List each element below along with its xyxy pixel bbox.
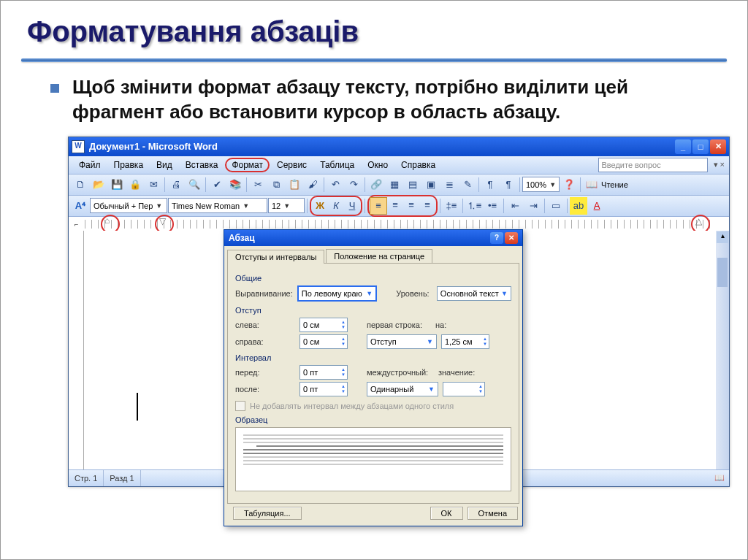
align-left-button[interactable]: ≡ <box>370 197 387 215</box>
menu-service[interactable]: Сервис <box>271 158 313 172</box>
help-icon[interactable]: ❓ <box>560 176 578 193</box>
drawing-icon[interactable]: ✎ <box>459 176 476 193</box>
minimize-button[interactable]: _ <box>675 139 691 154</box>
after-spin[interactable]: 0 пт▲▼ <box>299 382 348 396</box>
align-center-button[interactable]: ≡ <box>387 197 403 213</box>
bold-button[interactable]: Ж <box>312 198 328 214</box>
italic-button[interactable]: К <box>328 198 344 214</box>
align-right-button[interactable]: ≡ <box>403 197 419 213</box>
dialog-titlebar: Абзац ? ✕ <box>224 230 522 246</box>
menu-format[interactable]: Формат <box>225 158 270 172</box>
research-icon[interactable]: 📚 <box>226 176 244 193</box>
style-combo[interactable]: Обычный + Пер▼ <box>90 198 167 213</box>
highlight-color-icon[interactable]: ab <box>570 197 587 215</box>
help-dropdown[interactable]: ▾ × <box>714 160 725 169</box>
menu-table[interactable]: Таблица <box>314 158 360 172</box>
increase-indent-icon[interactable]: ⇥ <box>524 197 542 215</box>
label-alignment: Выравнивание: <box>235 289 293 298</box>
line-spacing-combo[interactable]: Одинарный▼ <box>367 382 438 396</box>
new-icon[interactable]: 🗋 <box>72 176 89 193</box>
status-book-icon[interactable]: 📖 <box>714 473 725 483</box>
redo-icon[interactable]: ↷ <box>345 176 362 193</box>
underline-button[interactable]: Ч <box>344 198 360 214</box>
hyperlink-icon[interactable]: 🔗 <box>367 176 385 193</box>
label-first-line: первая строка: <box>367 321 431 329</box>
first-line-combo[interactable]: Отступ▼ <box>367 334 437 349</box>
tabs-button[interactable]: Табуляция... <box>233 507 302 520</box>
decrease-indent-icon[interactable]: ⇤ <box>506 197 524 215</box>
bullet-square <box>50 84 59 93</box>
bulleted-list-icon[interactable]: •≡ <box>484 197 501 215</box>
format-painter-icon[interactable]: 🖌 <box>304 176 321 193</box>
close-button[interactable]: ✕ <box>710 139 726 154</box>
right-indent-spin[interactable]: 0 см▲▼ <box>299 334 348 349</box>
preview-icon[interactable]: 🔍 <box>186 176 203 193</box>
ok-button[interactable]: ОК <box>430 507 463 520</box>
tab-position[interactable]: Положение на странице <box>326 249 432 263</box>
reading-label[interactable]: Чтение <box>601 180 628 189</box>
font-combo[interactable]: Times New Roman▼ <box>168 198 267 213</box>
level-combo[interactable]: Основной текст▼ <box>437 286 511 301</box>
menu-help[interactable]: Справка <box>395 158 441 172</box>
paste-icon[interactable]: 📋 <box>286 176 303 193</box>
menu-edit[interactable]: Правка <box>108 158 150 172</box>
word-icon: W <box>72 140 85 153</box>
tables-icon[interactable]: ▦ <box>386 176 403 193</box>
mail-icon[interactable]: ✉ <box>145 176 162 193</box>
permission-icon[interactable]: 🔒 <box>126 176 144 193</box>
print-icon[interactable]: 🖨 <box>167 176 185 193</box>
window-title: Документ1 - Microsoft Word <box>89 141 218 152</box>
align-justify-button[interactable]: ≡ <box>419 197 435 213</box>
excel-icon[interactable]: ▣ <box>422 176 440 193</box>
maximize-button[interactable]: □ <box>692 139 709 154</box>
word-window: W Документ1 - Microsoft Word _ □ ✕ Файл … <box>68 137 730 487</box>
left-indent-spin[interactable]: 0 см▲▼ <box>299 318 348 332</box>
cancel-button[interactable]: Отмена <box>468 507 518 520</box>
save-icon[interactable]: 💾 <box>108 176 126 193</box>
tab-selector[interactable]: ⌐ <box>75 220 78 228</box>
numbered-list-icon[interactable]: ⒈≡ <box>465 197 483 215</box>
styles-icon[interactable]: A⁴ <box>72 197 89 215</box>
borders-icon[interactable]: ▭ <box>547 197 565 215</box>
label-after: после: <box>235 385 295 394</box>
scroll-thumb[interactable] <box>717 258 728 287</box>
group-spacing: Интервал <box>235 353 511 362</box>
first-line-by-spin[interactable]: 1,25 см▲▼ <box>441 334 489 349</box>
showmarks-icon[interactable]: ¶ <box>500 176 517 193</box>
line-spacing-icon[interactable]: ‡≡ <box>443 197 460 215</box>
menu-insert[interactable]: Вставка <box>180 158 224 172</box>
size-combo[interactable]: 12▼ <box>268 198 305 213</box>
undo-icon[interactable]: ↶ <box>327 176 344 193</box>
group-indent: Отступ <box>235 306 511 315</box>
nospace-label: Не добавлять интервал между абзацами одн… <box>250 402 454 410</box>
nospace-checkbox[interactable] <box>235 401 245 411</box>
before-spin[interactable]: 0 пт▲▼ <box>299 365 348 380</box>
spell-icon[interactable]: ✔ <box>208 176 226 193</box>
reading-icon[interactable]: 📖 <box>583 176 600 193</box>
insert-table-icon[interactable]: ▤ <box>404 176 421 193</box>
zoom-combo[interactable]: 100%▼ <box>522 177 560 192</box>
open-icon[interactable]: 📂 <box>90 176 107 193</box>
dialog-close-button[interactable]: ✕ <box>505 232 518 244</box>
font-color-icon[interactable]: A <box>588 197 606 215</box>
alignment-combo[interactable]: По левому краю▼ <box>297 285 377 302</box>
vertical-scrollbar[interactable]: ▴ <box>716 231 729 470</box>
bold-italic-underline-highlight: Ж К Ч <box>310 196 362 216</box>
cut-icon[interactable]: ✂ <box>249 176 267 193</box>
alignment-highlight: ≡ ≡ ≡ ≡ <box>367 195 438 217</box>
line-value-spin[interactable]: ▲▼ <box>443 382 485 396</box>
bullet-text: Щоб змінити формат абзацу тексту, потріб… <box>72 75 703 125</box>
status-page: Стр. 1 <box>69 470 104 486</box>
tab-indents[interactable]: Отступы и интервалы <box>227 250 324 264</box>
dialog-help-button[interactable]: ? <box>490 232 503 244</box>
menu-view[interactable]: Вид <box>150 158 178 172</box>
menu-file[interactable]: Файл <box>73 158 107 172</box>
label-left-indent: слева: <box>235 321 295 329</box>
vertical-ruler[interactable] <box>69 231 84 470</box>
docmap-icon[interactable]: ¶ <box>481 176 499 193</box>
scroll-up-icon[interactable]: ▴ <box>717 231 728 243</box>
copy-icon[interactable]: ⧉ <box>267 176 285 193</box>
columns-icon[interactable]: ≣ <box>440 176 458 193</box>
menu-window[interactable]: Окно <box>362 158 394 172</box>
help-search[interactable]: Введите вопрос <box>598 158 708 172</box>
